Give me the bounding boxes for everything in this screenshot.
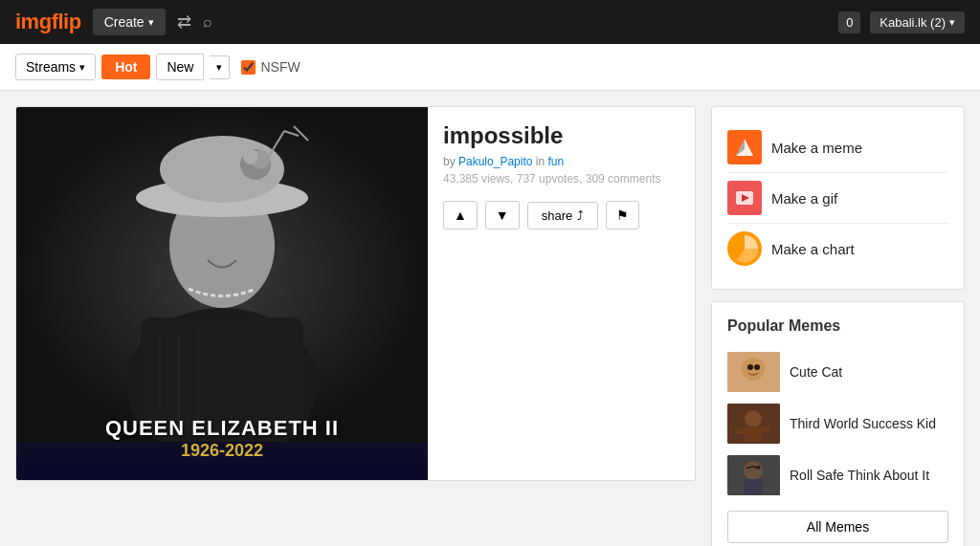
nsfw-checkbox[interactable] [241, 60, 256, 75]
nsfw-text: NSFW [260, 59, 300, 75]
make-meme-link[interactable]: Make a meme [727, 122, 948, 172]
toolbar: Streams Hot New ▾ NSFW [0, 44, 980, 91]
shuffle-icon[interactable]: ⇄ [177, 11, 191, 33]
post-title: impossible [443, 122, 679, 149]
make-gif-link[interactable]: Make a gif [727, 172, 948, 223]
main-content: QUEEN ELIZABETH II 1926-2022 impossible … [0, 91, 980, 546]
share-button[interactable]: share ⤴ [527, 202, 599, 229]
third-world-thumb [727, 404, 780, 444]
gif-icon-svg [734, 187, 755, 208]
queen-name: QUEEN ELIZABETH II [105, 416, 339, 441]
nsfw-label: NSFW [241, 59, 300, 75]
search-icon[interactable]: ⌕ [203, 13, 212, 31]
make-chart-link[interactable]: Make a chart [727, 223, 948, 273]
popular-title: Popular Memes [727, 317, 948, 335]
svg-point-9 [243, 149, 258, 164]
header-right: 0 Kabali.lk (2) [838, 11, 965, 33]
post-card: QUEEN ELIZABETH II 1926-2022 impossible … [15, 106, 696, 481]
notification-badge[interactable]: 0 [838, 11, 860, 33]
header-left: imgflip Create ⇄ ⌕ [15, 9, 212, 35]
share-label: share [542, 208, 573, 223]
hot-button[interactable]: Hot [101, 55, 150, 79]
make-gif-label: Make a gif [771, 190, 837, 207]
post-community[interactable]: fun [547, 155, 564, 168]
make-chart-label: Make a chart [771, 241, 855, 257]
svg-rect-2 [141, 317, 303, 432]
streams-button[interactable]: Streams [15, 54, 96, 80]
post-actions: ▲ ▼ share ⤴ ⚑ [443, 201, 679, 229]
flag-button[interactable]: ⚑ [606, 201, 639, 229]
svg-rect-27 [735, 428, 746, 434]
popular-memes-card: Popular Memes Cute Cat [711, 301, 965, 546]
share-icon: ⤴ [577, 208, 584, 223]
logo-accent: flip [52, 10, 81, 33]
header: imgflip Create ⇄ ⌕ 0 Kabali.lk (2) [0, 0, 980, 44]
make-tools-card: Make a meme Make a gif [711, 106, 965, 290]
svg-rect-31 [744, 479, 763, 494]
post-author[interactable]: Pakulo_Papito [458, 155, 532, 168]
post-content: impossible by Pakulo_Papito in fun 43,38… [428, 107, 695, 480]
cute-cat-svg [727, 352, 780, 392]
roll-safe-label: Roll Safe Think About It [790, 468, 929, 483]
all-memes-button[interactable]: All Memes [727, 511, 948, 543]
cute-cat-thumb [727, 352, 780, 392]
upvote-button[interactable]: ▲ [443, 201, 478, 229]
meme-item-third-world[interactable]: Third World Success Kid [727, 398, 948, 449]
make-meme-label: Make a meme [771, 140, 862, 156]
meme-icon-svg [734, 137, 755, 158]
queen-photo: QUEEN ELIZABETH II 1926-2022 [16, 107, 428, 480]
roll-safe-svg [727, 455, 780, 495]
user-menu[interactable]: Kabali.lk (2) [870, 11, 965, 33]
cute-cat-label: Cute Cat [790, 364, 842, 380]
new-button[interactable]: New [156, 54, 204, 80]
svg-point-23 [754, 364, 760, 370]
meme-item-roll-safe[interactable]: Roll Safe Think About It [727, 449, 948, 501]
svg-rect-28 [761, 426, 770, 432]
chart-icon-svg [727, 231, 762, 266]
queen-years: 1926-2022 [105, 441, 339, 461]
logo-text: img [15, 10, 52, 33]
chart-icon [727, 231, 762, 266]
create-button[interactable]: Create [93, 9, 166, 35]
gif-icon [727, 181, 762, 215]
logo[interactable]: imgflip [15, 10, 81, 34]
roll-safe-thumb [727, 455, 780, 495]
post-stats: 43,385 views, 737 upvotes, 309 comments [443, 172, 679, 186]
new-dropdown-button[interactable]: ▾ [210, 55, 230, 79]
third-world-svg [727, 404, 780, 444]
right-panel: Make a meme Make a gif [711, 106, 965, 546]
third-world-label: Third World Success Kid [790, 416, 936, 431]
meme-item-cute-cat[interactable]: Cute Cat [727, 346, 948, 398]
meme-icon [727, 130, 762, 164]
svg-point-25 [745, 410, 762, 427]
svg-point-30 [744, 461, 763, 480]
queen-caption: QUEEN ELIZABETH II 1926-2022 [105, 416, 339, 461]
center-panel: QUEEN ELIZABETH II 1926-2022 impossible … [15, 106, 696, 546]
svg-point-22 [747, 364, 753, 370]
svg-rect-26 [745, 426, 762, 442]
post-meta: by Pakulo_Papito in fun [443, 155, 679, 168]
queen-silhouette-svg [16, 107, 428, 442]
downvote-button[interactable]: ▼ [485, 201, 520, 229]
post-image: QUEEN ELIZABETH II 1926-2022 [16, 107, 428, 480]
